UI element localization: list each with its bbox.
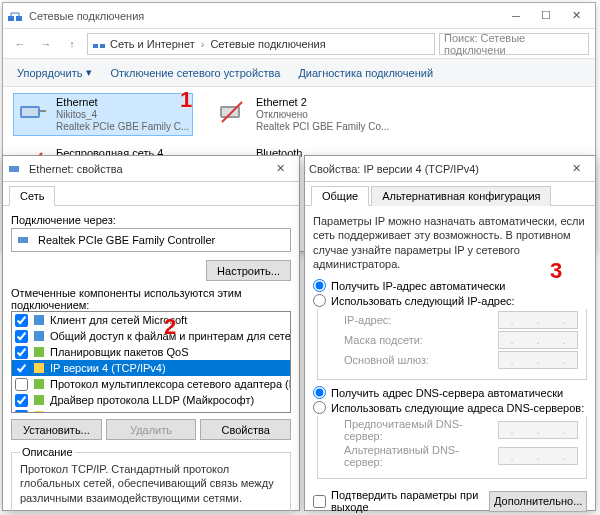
dns1-label: Предпочитаемый DNS-сервер: (344, 418, 494, 442)
tabs: Сеть (3, 186, 299, 206)
dns1-input: ... (498, 421, 578, 439)
list-item: Драйвер протокола LLDP (Майкрософт) (12, 392, 290, 408)
svg-rect-17 (34, 315, 44, 325)
components-list[interactable]: Клиент для сетей Microsoft Общий доступ … (11, 311, 291, 413)
svg-rect-0 (8, 16, 14, 21)
svg-rect-16 (18, 237, 28, 243)
list-item: Планировщик пакетов QoS (12, 344, 290, 360)
adapter-small-icon (16, 232, 32, 248)
breadcrumb-2[interactable]: Сетевые подключения (210, 38, 325, 50)
list-item: IP версии 6 (TCP/IPv6) (12, 408, 290, 413)
connection-ethernet2[interactable]: Ethernet 2ОтключеноRealtek PCI GBE Famil… (213, 93, 393, 136)
breadcrumb-icon (92, 37, 106, 51)
svg-rect-21 (34, 379, 44, 389)
forward-button[interactable]: → (35, 33, 57, 55)
command-bar: Упорядочить ▾ Отключение сетевого устрой… (3, 59, 595, 87)
maximize-button[interactable]: ☐ (531, 5, 561, 27)
annotation-1: 1 (180, 87, 192, 113)
radio-auto-ip[interactable]: Получить IP-адрес автоматически (313, 279, 587, 292)
configure-button[interactable]: Настроить... (206, 260, 291, 281)
ethernet-properties-dialog: Ethernet: свойства ✕ Сеть Подключение че… (2, 155, 300, 511)
svg-rect-18 (34, 331, 44, 341)
svg-rect-19 (34, 347, 44, 357)
tabs: Общие Альтернативная конфигурация (305, 186, 595, 206)
window-title: Сетевые подключения (29, 10, 501, 22)
breadcrumb-1[interactable]: Сеть и Интернет (110, 38, 195, 50)
up-button[interactable]: ↑ (61, 33, 83, 55)
tab-general[interactable]: Общие (311, 186, 369, 206)
remove-button[interactable]: Удалить (106, 419, 197, 440)
network-icon (7, 8, 23, 24)
adapter-small-icon (7, 161, 23, 177)
list-item: Общий доступ к файлам и принтерам для се… (12, 328, 290, 344)
ip-label: IP-адрес: (344, 314, 494, 326)
advanced-button[interactable]: Дополнительно... (489, 491, 587, 512)
dns2-label: Альтернативный DNS-сервер: (344, 444, 494, 468)
titlebar-props: Ethernet: свойства ✕ (3, 156, 299, 182)
svg-rect-2 (93, 44, 98, 48)
dialog-title: Ethernet: свойства (29, 163, 265, 175)
search-input[interactable]: Поиск: Сетевые подключени (439, 33, 589, 55)
adapter-name: Realtek PCIe GBE Family Controller (38, 234, 215, 246)
install-button[interactable]: Установить... (11, 419, 102, 440)
gateway-input: ... (498, 351, 578, 369)
ip-input: ... (498, 311, 578, 329)
disable-device-cmd[interactable]: Отключение сетевого устройства (102, 63, 288, 83)
adapter-icon (216, 96, 248, 128)
components-label: Отмеченные компоненты используются этим … (11, 287, 291, 311)
dialog-title: Свойства: IP версии 4 (TCP/IPv4) (309, 163, 561, 175)
titlebar-main: Сетевые подключения ─ ☐ ✕ (3, 3, 595, 29)
connect-via-label: Подключение через: (11, 214, 291, 226)
mask-input: ... (498, 331, 578, 349)
close-button[interactable]: ✕ (561, 158, 591, 180)
radio-auto-dns[interactable]: Получить адрес DNS-сервера автоматически (313, 386, 587, 399)
radio-manual-ip[interactable]: Использовать следующий IP-адрес: (313, 294, 587, 307)
address-toolbar: ← → ↑ Сеть и Интернет › Сетевые подключе… (3, 29, 595, 59)
list-item: Клиент для сетей Microsoft (12, 312, 290, 328)
list-item: Протокол мультиплексора сетевого адаптер… (12, 376, 290, 392)
svg-rect-15 (9, 166, 19, 172)
dns2-input: ... (498, 447, 578, 465)
titlebar-tcp: Свойства: IP версии 4 (TCP/IPv4) ✕ (305, 156, 595, 182)
annotation-3: 3 (550, 258, 562, 284)
annotation-2: 2 (164, 314, 176, 340)
svg-rect-22 (34, 395, 44, 405)
intro-text: Параметры IP можно назначать автоматичес… (313, 214, 587, 271)
diagnose-cmd[interactable]: Диагностика подключений (290, 63, 441, 83)
connection-ethernet[interactable]: EthernetNikitos_4Realtek PCIe GBE Family… (13, 93, 193, 136)
svg-rect-1 (16, 16, 22, 21)
mask-label: Маска подсети: (344, 334, 494, 346)
organize-menu[interactable]: Упорядочить ▾ (9, 62, 100, 83)
adapter-box: Realtek PCIe GBE Family Controller (11, 228, 291, 252)
radio-manual-dns[interactable]: Использовать следующие адреса DNS-сервер… (313, 401, 587, 414)
adapter-icon (16, 96, 48, 128)
svg-rect-3 (100, 44, 105, 48)
svg-rect-6 (40, 110, 46, 112)
minimize-button[interactable]: ─ (501, 5, 531, 27)
description-label: Описание (20, 446, 75, 458)
close-button[interactable]: ✕ (265, 158, 295, 180)
component-properties-button[interactable]: Свойства (200, 419, 291, 440)
back-button[interactable]: ← (9, 33, 31, 55)
tcpipv4-properties-dialog: Свойства: IP версии 4 (TCP/IPv4) ✕ Общие… (304, 155, 596, 511)
confirm-on-exit-checkbox[interactable]: Подтвердить параметры при выходе (313, 489, 489, 513)
tab-network[interactable]: Сеть (9, 186, 55, 206)
list-item-tcpipv4: IP версии 4 (TCP/IPv4) (12, 360, 290, 376)
description-text: Протокол TCP/IP. Стандартный протокол гл… (20, 462, 282, 505)
svg-rect-23 (34, 411, 44, 413)
gateway-label: Основной шлюз: (344, 354, 494, 366)
tab-alt-config[interactable]: Альтернативная конфигурация (371, 186, 551, 206)
svg-rect-5 (22, 108, 38, 116)
close-button[interactable]: ✕ (561, 5, 591, 27)
svg-rect-20 (34, 363, 44, 373)
address-bar[interactable]: Сеть и Интернет › Сетевые подключения (87, 33, 435, 55)
